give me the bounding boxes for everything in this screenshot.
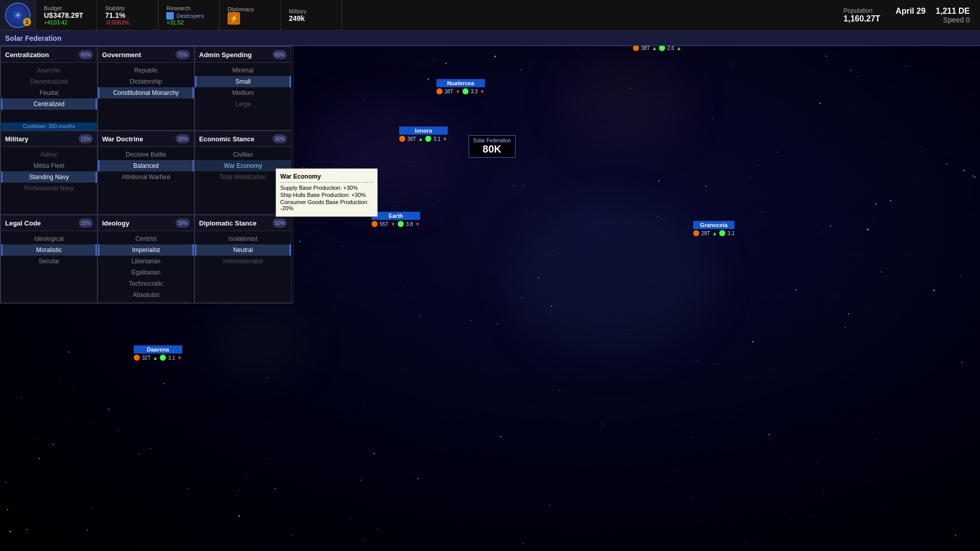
- option-ideological[interactable]: Ideological: [1, 233, 97, 244]
- option-imperialist[interactable]: Imperialist: [98, 244, 194, 256]
- faction-logo[interactable]: ☀ 1: [0, 0, 36, 30]
- solar-fed-label: Solar Federation: [473, 138, 511, 143]
- option-internationalist[interactable]: Internationalist: [195, 256, 291, 267]
- budget-value: U$3478.29T: [44, 11, 88, 19]
- granoceia-label: Granoceia: [693, 221, 734, 229]
- ideology-panel: Ideology 30% Centrist Imperialist Libert…: [97, 215, 194, 303]
- option-technocratic[interactable]: Technocratic: [98, 278, 194, 289]
- nuafercea-pop: 38T: [445, 89, 453, 94]
- war-doctrine-pct: 30%: [176, 134, 190, 143]
- government-pct: 75%: [176, 50, 190, 59]
- population-value: 1,160.27T: [844, 14, 880, 23]
- pleiades-growth: 2.6: [667, 45, 674, 51]
- stability-sub: -0.0083%: [105, 19, 150, 26]
- date-display: April 29: [896, 7, 926, 16]
- option-small[interactable]: Small: [195, 76, 291, 87]
- speed-display: Speed 0: [896, 16, 970, 24]
- daarena-arrow1: ▲: [153, 355, 158, 361]
- option-attritional-warfare[interactable]: Attritional Warfare: [98, 171, 194, 183]
- de-count: 1,211 DE: [936, 7, 970, 16]
- admin-spending-pct: 60%: [273, 50, 287, 59]
- option-isolationist[interactable]: Isolationist: [195, 233, 291, 244]
- option-anarchic[interactable]: Anarchic: [1, 65, 97, 76]
- granoceia-cluster[interactable]: Granoceia 29T ▲ 3.1: [693, 221, 734, 236]
- earth-pop: 55T: [380, 221, 388, 227]
- tooltip-line-2: Ship Hulls Base Production: +30%: [280, 192, 373, 198]
- option-decisive-battle[interactable]: Decisive Battle: [98, 149, 194, 160]
- granoceia-stats: 29T ▲ 3.1: [693, 230, 734, 236]
- option-professional-navy[interactable]: Professional Navy: [1, 183, 97, 194]
- admin-spending-title: Admin Spending: [199, 51, 252, 59]
- stability-label: Stability: [105, 5, 150, 11]
- nuafercea-cluster[interactable]: Nuafercea 38T ▼ 3.3 ▼: [436, 79, 485, 94]
- population-block: Population 1,160.27T: [844, 7, 880, 23]
- solar-federation-box: Solar Federation 80K: [469, 135, 516, 158]
- diplomatic-stance-options: Isolationist Neutral Internationalist: [195, 231, 291, 269]
- daarena-icon2: [160, 355, 166, 361]
- option-neutral[interactable]: Neutral: [195, 244, 291, 256]
- option-decentralized[interactable]: Decentralized: [1, 76, 97, 87]
- option-militia-fleet[interactable]: Militia Fleet: [1, 160, 97, 171]
- research-label: Research: [166, 5, 211, 11]
- earth-arrow2: ▼: [415, 221, 420, 227]
- option-republic[interactable]: Republic: [98, 65, 194, 76]
- legal-code-options: Ideological Moralistic Secular: [1, 231, 97, 269]
- solar-fed-value: 80K: [473, 143, 511, 155]
- admin-spending-header: Admin Spending 60%: [195, 47, 291, 63]
- option-civilian[interactable]: Civilian: [195, 149, 291, 160]
- centralization-panel: Centralization 60% Anarchic Decentralize…: [1, 46, 97, 131]
- date-speed-block: April 29 1,211 DE Speed 0: [896, 7, 970, 24]
- option-secular[interactable]: Secular: [1, 256, 97, 267]
- option-medium[interactable]: Medium: [195, 87, 291, 98]
- stability-stat: Stability 71.1% -0.0083%: [97, 0, 158, 30]
- earth-cluster[interactable]: Earth 55T ▼ 3.8 ▼: [372, 212, 420, 227]
- option-centrist[interactable]: Centrist: [98, 233, 194, 244]
- earth-growth: 3.8: [406, 221, 413, 227]
- option-centralized[interactable]: Centralized: [1, 98, 97, 110]
- earth-stats: 55T ▼ 3.8 ▼: [372, 221, 420, 227]
- faction-name: Solar Federation: [5, 34, 61, 42]
- daarena-icon1: [134, 355, 140, 361]
- ideology-header: Ideology 30%: [98, 215, 194, 231]
- daarena-growth: 3.1: [168, 355, 175, 361]
- granoceia-arrow1: ▲: [712, 231, 717, 236]
- tooltip-line-1: Supply Base Production: +30%: [280, 185, 373, 191]
- option-constitutional-monarchy[interactable]: Constitutional Monarchy: [98, 87, 194, 98]
- ionora-icon1: [399, 136, 405, 142]
- option-balanced[interactable]: Balanced: [98, 160, 194, 171]
- top-bar: ☀ 1 Budget U$3478.29T +4103.42 Stability…: [0, 0, 980, 31]
- tooltip-title: War Economy: [280, 173, 373, 180]
- diplomatic-stance-panel: Diplomatic Stance 50% Isolationist Neutr…: [194, 215, 291, 303]
- government-header: Government 75%: [98, 47, 194, 63]
- ionora-arrow2: ▼: [443, 136, 448, 142]
- nuafercea-arrow1: ▼: [455, 89, 460, 94]
- centralization-options: Anarchic Decentralized Feudal Centralize…: [1, 63, 97, 112]
- government-title: Government: [102, 51, 141, 59]
- daarena-cluster[interactable]: Daarena 32T ▲ 3.1 ▼: [134, 345, 182, 361]
- ionora-cluster[interactable]: Ionora 38T ▲ 3.1 ▼: [399, 127, 448, 142]
- earth-icon2: [398, 221, 404, 227]
- option-absolutist[interactable]: Absolutist: [98, 289, 194, 300]
- option-minimal[interactable]: Minimal: [195, 65, 291, 76]
- admin-spending-options: Minimal Small Medium Large: [195, 63, 291, 112]
- research-stat: Research Destroyers +31.52: [158, 0, 219, 30]
- granoceia-icon2: [719, 230, 725, 236]
- earth-arrow1: ▼: [390, 221, 396, 227]
- top-bar-right: Population 1,160.27T April 29 1,211 DE S…: [844, 0, 980, 30]
- option-moralistic[interactable]: Moralistic: [1, 244, 97, 256]
- option-dictatorship[interactable]: Dictatorship: [98, 76, 194, 87]
- budget-sub: +4103.42: [44, 19, 88, 26]
- population-label: Population: [844, 7, 880, 14]
- military-pct: 15%: [79, 134, 93, 143]
- option-feudal[interactable]: Feudal: [1, 87, 97, 98]
- nuafercea-arrow2: ▼: [480, 89, 485, 94]
- diplomatic-stance-pct: 50%: [273, 218, 287, 228]
- option-adhoc[interactable]: Adhoc: [1, 149, 97, 160]
- option-egalitarian[interactable]: Egalitarian: [98, 267, 194, 278]
- ionora-stats: 38T ▲ 3.1 ▼: [399, 136, 448, 142]
- option-large[interactable]: Large: [195, 98, 291, 110]
- military-label: Military: [289, 8, 333, 14]
- option-standing-navy[interactable]: Standing Navy: [1, 171, 97, 183]
- admin-spending-panel: Admin Spending 60% Minimal Small Medium …: [194, 46, 291, 131]
- option-libertarian[interactable]: Libertarian: [98, 256, 194, 267]
